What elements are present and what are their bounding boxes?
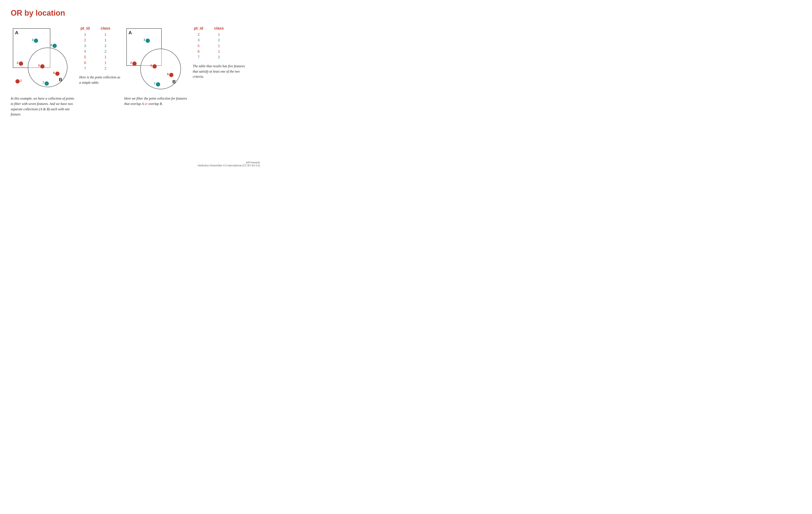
circle-b-label: B xyxy=(59,77,62,82)
circle-b-shape: B xyxy=(28,48,67,87)
d2-point-3-label: 3 xyxy=(143,38,145,41)
rect-a-label: A xyxy=(15,30,19,35)
point-3: 3 xyxy=(34,38,38,43)
table-column: pt_id class 1234567 1122112 Here is the … xyxy=(75,24,122,85)
circle-b2-label: B xyxy=(172,79,176,85)
result-cell-ptid: 7 xyxy=(193,54,204,60)
point-6-label: 6 xyxy=(53,71,55,75)
rth-ptid: pt_id xyxy=(193,26,204,31)
table-cell-class: 1 xyxy=(99,37,111,43)
page: OR by location A B 1 2 xyxy=(0,0,271,123)
point-7-label: 7 xyxy=(42,81,44,84)
result-cell-ptid: 5 xyxy=(193,43,204,49)
table-header: pt_id class xyxy=(79,26,122,31)
result-cell-class: 2 xyxy=(213,37,225,43)
d2-point-7-label: 7 xyxy=(154,82,155,85)
diagram2-column: A B 2 3 5 6 xyxy=(122,24,188,107)
result-class-col: 12112 xyxy=(213,32,225,60)
table-cell-ptid: 2 xyxy=(79,37,91,43)
point-1: 1 xyxy=(16,79,20,84)
point-table: pt_id class 1234567 1122112 xyxy=(79,26,122,71)
point-5: 5 xyxy=(40,64,45,68)
result-cell-class: 1 xyxy=(213,43,225,49)
result-cell-class: 2 xyxy=(213,54,225,60)
table-cell-ptid: 4 xyxy=(79,49,91,54)
result-column: pt_id class 23567 12112 The table that r… xyxy=(188,24,249,80)
point-6: 6 xyxy=(55,72,60,76)
d2-point-2-label: 2 xyxy=(130,61,132,64)
desc-diagram2: Here we filter the point collection for … xyxy=(124,96,188,107)
point-4-label: 4 xyxy=(50,43,52,47)
diagram2-area: A B 2 3 5 6 xyxy=(124,24,186,92)
table-cell-class: 2 xyxy=(99,43,111,49)
desc-diagram2-after: overlap B. xyxy=(148,102,163,106)
result-cell-class: 1 xyxy=(213,49,225,54)
result-cell-ptid: 3 xyxy=(193,37,204,43)
point-3-label: 3 xyxy=(32,38,33,41)
rth-class: class xyxy=(213,26,225,31)
table-cell-class: 2 xyxy=(99,66,111,71)
result-cell-ptid: 2 xyxy=(193,32,204,37)
table-cell-ptid: 6 xyxy=(79,60,91,66)
d2-point-6-label: 6 xyxy=(167,73,169,76)
result-table-body: 23567 12112 xyxy=(193,32,249,60)
d2-point-6: 6 xyxy=(169,73,173,77)
result-cell-ptid: 6 xyxy=(193,49,204,54)
table-body: 1234567 1122112 xyxy=(79,32,122,71)
table-cell-class: 2 xyxy=(99,49,111,54)
table-cell-class: 1 xyxy=(99,32,111,37)
footer-author: Jeff Howarth xyxy=(197,161,260,164)
th-ptid: pt_id xyxy=(79,26,91,31)
d2-point-2: 2 xyxy=(132,61,137,66)
point-2-label: 2 xyxy=(17,61,19,64)
table-cell-class: 1 xyxy=(99,54,111,60)
table-cell-ptid: 3 xyxy=(79,43,91,49)
d2-point-5-label: 5 xyxy=(150,64,152,67)
content-row: A B 1 2 3 4 xyxy=(11,24,260,117)
footer-license: Attribution-ShareAlike 4.0 International… xyxy=(197,164,260,167)
point-2: 2 xyxy=(19,61,23,66)
ptid-col: 1234567 xyxy=(79,32,91,71)
desc-table: Here is the point collection as a simple… xyxy=(79,75,122,85)
d2-point-7: 7 xyxy=(156,82,160,87)
diagram1-column: A B 1 2 3 4 xyxy=(11,24,75,117)
diagram1-area: A B 1 2 3 4 xyxy=(11,24,71,92)
page-title: OR by location xyxy=(11,8,260,18)
table-cell-ptid: 7 xyxy=(79,66,91,71)
rect-a2-label: A xyxy=(128,30,132,35)
result-table-header: pt_id class xyxy=(193,26,249,31)
result-table: pt_id class 23567 12112 xyxy=(193,26,249,60)
table-cell-class: 1 xyxy=(99,60,111,66)
th-class: class xyxy=(99,26,111,31)
footer: Jeff Howarth Attribution-ShareAlike 4.0 … xyxy=(197,161,260,167)
point-7: 7 xyxy=(45,81,49,86)
point-5-label: 5 xyxy=(38,64,40,67)
desc-diagram1: In this example, we have a collection of… xyxy=(11,96,75,117)
point-1-label: 1 xyxy=(20,79,22,82)
result-cell-class: 1 xyxy=(213,32,225,37)
d2-point-5: 5 xyxy=(152,64,157,68)
point-4: 4 xyxy=(53,44,57,48)
circle-b2-shape: B xyxy=(140,49,181,89)
table-cell-ptid: 1 xyxy=(79,32,91,37)
desc-diagram2-or: or xyxy=(145,102,148,106)
class-col: 1122112 xyxy=(99,32,111,71)
d2-point-3: 3 xyxy=(146,38,150,43)
result-ptid-col: 23567 xyxy=(193,32,204,60)
table-cell-ptid: 5 xyxy=(79,54,91,60)
desc-result: The table that results has five features… xyxy=(193,64,249,80)
